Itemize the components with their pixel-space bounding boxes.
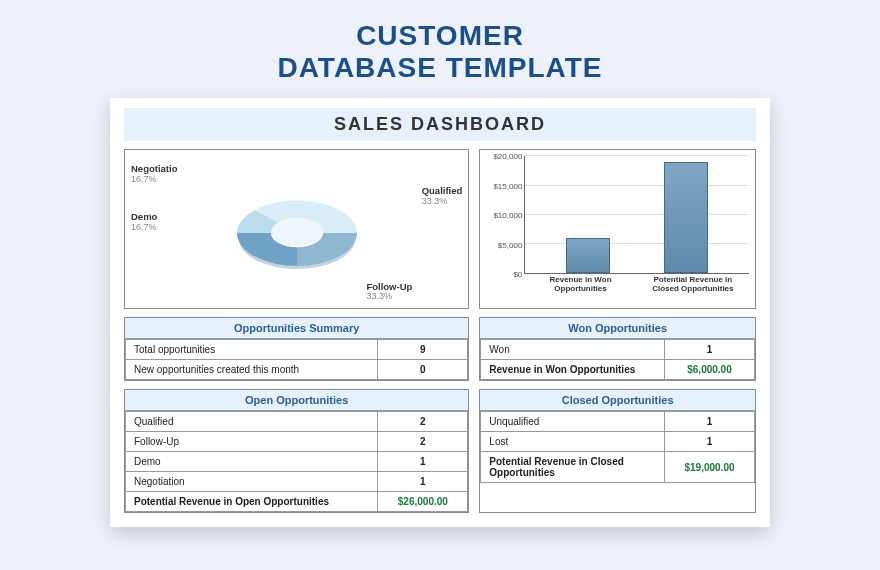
table-row: Qualified2 (126, 412, 468, 432)
open-title: Open Opportunities (125, 390, 468, 411)
opp-summary-table: Total opportunities9 New opportunities c… (125, 339, 468, 380)
bar-chart-panel: $20,000 $15,000 $10,000 $5,000 $0 Revenu… (479, 149, 756, 309)
tables-row-1: Opportunities Summary Total opportunitie… (124, 317, 756, 381)
tables-row-2: Open Opportunities Qualified2 Follow-Up2… (124, 389, 756, 513)
donut-chart: Negotiatio 16.7% Demo 16.7% Qualified 33… (125, 150, 468, 308)
table-row: New opportunities created this month0 (126, 360, 468, 380)
table-row-total: Revenue in Won Opportunities$6,000.00 (481, 360, 755, 380)
donut-chart-panel: Negotiatio 16.7% Demo 16.7% Qualified 33… (124, 149, 469, 309)
donut-icon (207, 159, 387, 299)
table-row: Total opportunities9 (126, 340, 468, 360)
open-panel: Open Opportunities Qualified2 Follow-Up2… (124, 389, 469, 513)
table-row: Unqualified1 (481, 412, 755, 432)
open-table: Qualified2 Follow-Up2 Demo1 Negotiation1… (125, 411, 468, 512)
opp-summary-title: Opportunities Summary (125, 318, 468, 339)
bar-plot-area (524, 156, 749, 274)
charts-row: Negotiatio 16.7% Demo 16.7% Qualified 33… (124, 149, 756, 309)
donut-label-followup: Follow-Up 33.3% (366, 282, 412, 302)
donut-label-negotiation: Negotiatio 16.7% (131, 164, 177, 184)
table-row: Follow-Up2 (126, 432, 468, 452)
table-row: Won1 (481, 340, 755, 360)
closed-table: Unqualified1 Lost1 Potential Revenue in … (480, 411, 755, 483)
table-row: Lost1 (481, 432, 755, 452)
closed-panel: Closed Opportunities Unqualified1 Lost1 … (479, 389, 756, 513)
bar-won-revenue (566, 238, 610, 273)
bar-y-axis: $20,000 $15,000 $10,000 $5,000 $0 (484, 156, 522, 274)
page-title: CUSTOMER DATABASE TEMPLATE (278, 20, 603, 84)
bar-chart: $20,000 $15,000 $10,000 $5,000 $0 Revenu… (480, 150, 755, 308)
page-title-line1: CUSTOMER (356, 20, 524, 51)
donut-label-demo: Demo 16.7% (131, 212, 157, 232)
svg-point-2 (271, 218, 323, 247)
won-panel: Won Opportunities Won1 Revenue in Won Op… (479, 317, 756, 381)
donut-label-qualified: Qualified 33.3% (422, 186, 463, 206)
bar-closed-potential (664, 162, 708, 273)
table-row: Demo1 (126, 452, 468, 472)
table-row-total: Potential Revenue in Closed Opportunitie… (481, 452, 755, 483)
won-title: Won Opportunities (480, 318, 755, 339)
page-title-line2: DATABASE TEMPLATE (278, 52, 603, 83)
opp-summary-panel: Opportunities Summary Total opportunitie… (124, 317, 469, 381)
table-row-total: Potential Revenue in Open Opportunities$… (126, 492, 468, 512)
bar-x-labels: Revenue in Won Opportunities Potential R… (524, 276, 749, 306)
dashboard-sheet: SALES DASHBOARD (110, 98, 770, 527)
dashboard-title: SALES DASHBOARD (124, 108, 756, 141)
table-row: Negotiation1 (126, 472, 468, 492)
won-table: Won1 Revenue in Won Opportunities$6,000.… (480, 339, 755, 380)
closed-title: Closed Opportunities (480, 390, 755, 411)
